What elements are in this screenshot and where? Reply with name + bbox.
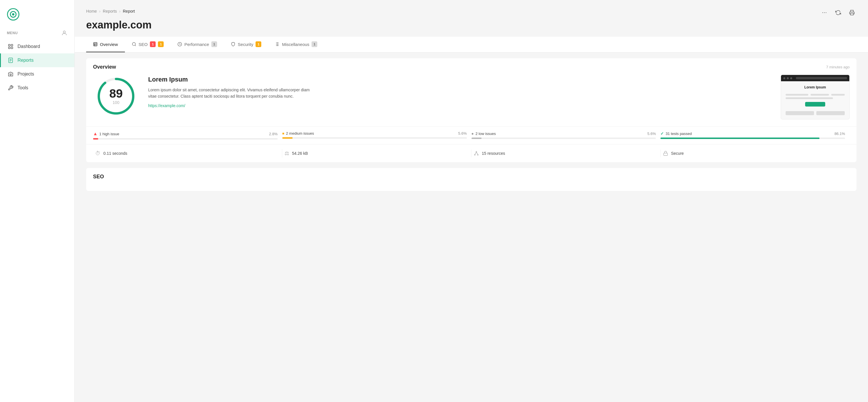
tab-seo[interactable]: SEO 1 1 (125, 37, 171, 52)
sidebar-item-projects[interactable]: Projects (0, 67, 74, 81)
passed-issue-pct: 86.1% (834, 131, 845, 136)
menu-label-area: MENU (0, 28, 74, 40)
seo-card-header: SEO (86, 168, 857, 184)
thumb-browser-bar (781, 75, 849, 81)
thumb-body: Lorem Ipsum (781, 81, 849, 119)
svg-point-21 (132, 42, 135, 45)
medium-issue-bar-wrap (282, 137, 467, 139)
dashboard-icon (8, 44, 13, 50)
menu-label: MENU (7, 31, 18, 35)
issue-medium: ■ 2 medium issues 5.6% (282, 131, 471, 139)
svg-rect-17 (94, 42, 97, 46)
medium-issue-text: 2 medium issues (286, 131, 314, 135)
breadcrumb-home[interactable]: Home (86, 9, 97, 13)
passed-issue-icon: ✓ (660, 131, 664, 136)
thumb-footer-block-1 (785, 111, 814, 115)
thumb-dot-1 (783, 77, 785, 79)
content-area: Overview 7 minutes ago (75, 53, 868, 208)
sidebar-item-reports[interactable]: Reports (0, 53, 74, 67)
performance-tab-icon (178, 42, 182, 47)
high-issue-pct: 2.8% (269, 132, 278, 136)
app-logo-icon (7, 8, 20, 21)
sidebar-item-tools[interactable]: Tools (0, 81, 74, 95)
svg-point-2 (12, 13, 14, 16)
high-issue-bar-wrap (93, 138, 278, 140)
overview-description: Lorem ipsum dolor sit amet, consectetur … (148, 87, 315, 100)
page-title: example.com (86, 19, 857, 31)
tab-overview-label: Overview (100, 42, 118, 47)
breadcrumb-reports[interactable]: Reports (103, 9, 117, 13)
score-circle-wrap: 89 100 (93, 75, 139, 118)
seo-badge-red: 1 (150, 41, 156, 47)
sidebar: MENU Dashboard Reports Projects (0, 0, 75, 402)
tab-performance[interactable]: Performance 1 (170, 37, 224, 52)
stat-size-label: 54.26 kB (292, 151, 308, 156)
score-circle: 89 100 (94, 75, 137, 118)
thumb-site-title: Lorem Ipsum (785, 85, 845, 89)
score-value: 89 (110, 87, 123, 100)
overview-info-block: Lorem Ipsum Lorem ipsum dolor sit amet, … (148, 75, 772, 108)
tab-security[interactable]: Security 1 (224, 37, 268, 52)
thumb-line-1c (831, 94, 845, 96)
svg-point-13 (823, 12, 823, 13)
refresh-button[interactable] (834, 8, 843, 17)
print-icon (849, 10, 855, 16)
page-header: Home › Reports › Report (75, 0, 868, 31)
seo-card: SEO (86, 168, 857, 191)
svg-rect-37 (663, 153, 668, 155)
thumb-content-lines (785, 94, 845, 99)
passed-issue-bar (660, 137, 819, 139)
tab-performance-label: Performance (184, 42, 209, 47)
sidebar-item-reports-label: Reports (18, 58, 34, 63)
thumb-dot-3 (790, 77, 792, 79)
more-options-button[interactable] (820, 8, 829, 17)
svg-line-22 (135, 45, 136, 46)
low-issue-bar-wrap (471, 137, 656, 139)
header-actions (820, 8, 857, 17)
svg-rect-7 (11, 47, 13, 49)
svg-point-14 (824, 12, 825, 13)
miscellaneous-badge: 1 (312, 41, 317, 47)
account-icon (61, 30, 67, 36)
overview-site-name: Lorem Ipsum (148, 76, 772, 83)
svg-rect-4 (9, 44, 10, 46)
overview-tab-icon (93, 42, 98, 47)
issue-low: ● 2 low issues 5.6% (471, 131, 661, 139)
secure-icon (663, 151, 668, 156)
overview-card-time: 7 minutes ago (826, 65, 849, 69)
overview-card-title: Overview (93, 64, 116, 70)
stat-size: ⚖ 54.26 kB (282, 149, 471, 158)
tab-security-label: Security (238, 42, 253, 47)
tab-overview[interactable]: Overview (86, 37, 125, 52)
issue-high-label: ▲ 1 high issue (93, 131, 119, 136)
print-button[interactable] (847, 8, 857, 17)
overview-url[interactable]: https://example.com/ (148, 103, 185, 108)
time-icon: ⏱ (95, 151, 100, 156)
medium-issue-icon: ■ (282, 131, 284, 135)
thumb-line-2 (785, 97, 833, 99)
stat-time: ⏱ 0.11 seconds (93, 149, 282, 158)
stat-resources-label: 15 resources (482, 151, 505, 156)
tools-icon (8, 85, 13, 91)
sidebar-item-dashboard[interactable]: Dashboard (0, 40, 74, 53)
thumb-line-1b (811, 94, 829, 96)
preview-thumbnail: Lorem Ipsum (781, 75, 849, 119)
svg-line-36 (476, 152, 478, 154)
low-issue-bar (471, 137, 482, 139)
breadcrumb-current: Report (123, 9, 135, 13)
tab-seo-label: SEO (139, 42, 148, 47)
thumb-line-row-1 (785, 94, 845, 96)
breadcrumb-sep-1: › (99, 9, 100, 13)
performance-badge: 1 (211, 41, 217, 47)
issue-passed: ✓ 31 tests passed 86.1% (660, 131, 849, 139)
svg-rect-16 (850, 13, 854, 15)
sidebar-item-projects-label: Projects (18, 71, 34, 77)
main-content: Home › Reports › Report (75, 0, 868, 402)
sidebar-item-dashboard-label: Dashboard (18, 44, 40, 49)
security-badge: 1 (255, 41, 261, 47)
tab-miscellaneous[interactable]: Miscellaneous 1 (268, 37, 324, 52)
thumb-footer-block-2 (816, 111, 845, 115)
score-max: 100 (110, 100, 123, 105)
issue-passed-label-row: ✓ 31 tests passed 86.1% (660, 131, 845, 136)
sidebar-nav: Dashboard Reports Projects Tools (0, 40, 74, 95)
